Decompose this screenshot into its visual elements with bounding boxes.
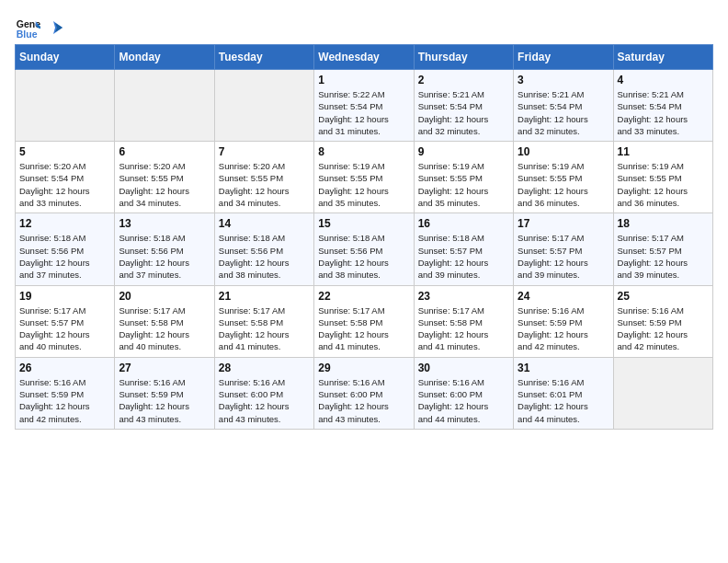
day-info: Sunrise: 5:17 AM Sunset: 5:58 PM Dayligh… xyxy=(318,304,409,353)
day-number: 19 xyxy=(19,290,110,303)
calendar-cell: 14Sunrise: 5:18 AM Sunset: 5:56 PM Dayli… xyxy=(214,213,313,285)
day-number: 9 xyxy=(418,145,509,158)
day-info: Sunrise: 5:22 AM Sunset: 5:54 PM Dayligh… xyxy=(318,88,409,137)
calendar-cell: 27Sunrise: 5:16 AM Sunset: 5:59 PM Dayli… xyxy=(115,357,214,429)
calendar-cell: 18Sunrise: 5:17 AM Sunset: 5:57 PM Dayli… xyxy=(613,213,712,285)
day-info: Sunrise: 5:20 AM Sunset: 5:54 PM Dayligh… xyxy=(19,160,110,209)
day-info: Sunrise: 5:16 AM Sunset: 5:59 PM Dayligh… xyxy=(518,304,609,353)
calendar-cell: 19Sunrise: 5:17 AM Sunset: 5:57 PM Dayli… xyxy=(16,285,115,357)
weekday-header-monday: Monday xyxy=(115,45,214,70)
calendar-cell: 4Sunrise: 5:21 AM Sunset: 5:54 PM Daylig… xyxy=(613,70,712,142)
day-info: Sunrise: 5:17 AM Sunset: 5:57 PM Dayligh… xyxy=(19,304,110,353)
day-number: 6 xyxy=(119,145,210,158)
day-info: Sunrise: 5:18 AM Sunset: 5:56 PM Dayligh… xyxy=(19,232,110,281)
calendar-cell: 15Sunrise: 5:18 AM Sunset: 5:56 PM Dayli… xyxy=(314,213,414,285)
day-info: Sunrise: 5:17 AM Sunset: 5:58 PM Dayligh… xyxy=(219,304,310,353)
day-info: Sunrise: 5:19 AM Sunset: 5:55 PM Dayligh… xyxy=(618,160,709,209)
weekday-header-friday: Friday xyxy=(514,45,613,70)
calendar-week-row: 5Sunrise: 5:20 AM Sunset: 5:54 PM Daylig… xyxy=(16,142,713,213)
day-number: 2 xyxy=(418,74,509,86)
calendar-cell: 23Sunrise: 5:17 AM Sunset: 5:58 PM Dayli… xyxy=(414,285,513,357)
day-number: 26 xyxy=(19,362,110,374)
day-info: Sunrise: 5:16 AM Sunset: 6:01 PM Dayligh… xyxy=(518,376,609,425)
calendar-cell: 20Sunrise: 5:17 AM Sunset: 5:58 PM Dayli… xyxy=(115,285,214,357)
day-number: 8 xyxy=(318,145,409,158)
day-info: Sunrise: 5:17 AM Sunset: 5:58 PM Dayligh… xyxy=(418,304,509,353)
day-number: 7 xyxy=(219,145,310,158)
calendar-cell xyxy=(613,357,712,429)
calendar-cell xyxy=(115,70,214,142)
day-info: Sunrise: 5:19 AM Sunset: 5:55 PM Dayligh… xyxy=(518,160,609,209)
calendar-week-row: 12Sunrise: 5:18 AM Sunset: 5:56 PM Dayli… xyxy=(16,213,713,285)
day-number: 31 xyxy=(518,362,609,374)
calendar-cell: 29Sunrise: 5:16 AM Sunset: 6:00 PM Dayli… xyxy=(314,357,414,429)
day-number: 28 xyxy=(219,362,310,374)
calendar-cell: 11Sunrise: 5:19 AM Sunset: 5:55 PM Dayli… xyxy=(613,142,712,213)
day-number: 23 xyxy=(418,290,509,303)
day-number: 22 xyxy=(318,290,409,303)
day-number: 25 xyxy=(618,290,709,303)
calendar-cell: 1Sunrise: 5:22 AM Sunset: 5:54 PM Daylig… xyxy=(314,70,414,142)
day-info: Sunrise: 5:20 AM Sunset: 5:55 PM Dayligh… xyxy=(119,160,210,209)
calendar-cell: 7Sunrise: 5:20 AM Sunset: 5:55 PM Daylig… xyxy=(214,142,313,213)
day-info: Sunrise: 5:17 AM Sunset: 5:57 PM Dayligh… xyxy=(518,232,609,281)
day-number: 13 xyxy=(119,217,210,230)
calendar-cell: 10Sunrise: 5:19 AM Sunset: 5:55 PM Dayli… xyxy=(514,142,613,213)
day-info: Sunrise: 5:18 AM Sunset: 5:56 PM Dayligh… xyxy=(318,232,409,281)
day-info: Sunrise: 5:16 AM Sunset: 6:00 PM Dayligh… xyxy=(219,376,310,425)
day-info: Sunrise: 5:18 AM Sunset: 5:57 PM Dayligh… xyxy=(418,232,509,281)
day-number: 18 xyxy=(618,217,709,230)
day-number: 11 xyxy=(618,145,709,158)
day-number: 12 xyxy=(19,217,110,230)
day-number: 14 xyxy=(219,217,310,230)
day-info: Sunrise: 5:16 AM Sunset: 5:59 PM Dayligh… xyxy=(618,304,709,353)
calendar-cell: 26Sunrise: 5:16 AM Sunset: 5:59 PM Dayli… xyxy=(16,357,115,429)
day-number: 16 xyxy=(418,217,509,230)
weekday-header-sunday: Sunday xyxy=(16,45,115,70)
day-info: Sunrise: 5:16 AM Sunset: 6:00 PM Dayligh… xyxy=(318,376,409,425)
weekday-header-saturday: Saturday xyxy=(613,45,712,70)
calendar-cell: 3Sunrise: 5:21 AM Sunset: 5:54 PM Daylig… xyxy=(514,70,613,142)
day-number: 24 xyxy=(518,290,609,303)
calendar-cell: 28Sunrise: 5:16 AM Sunset: 6:00 PM Dayli… xyxy=(214,357,313,429)
logo: General Blue xyxy=(15,15,63,40)
calendar-week-row: 26Sunrise: 5:16 AM Sunset: 5:59 PM Dayli… xyxy=(16,357,713,429)
calendar-table: SundayMondayTuesdayWednesdayThursdayFrid… xyxy=(15,44,713,430)
day-info: Sunrise: 5:19 AM Sunset: 5:55 PM Dayligh… xyxy=(418,160,509,209)
calendar-cell: 12Sunrise: 5:18 AM Sunset: 5:56 PM Dayli… xyxy=(16,213,115,285)
day-info: Sunrise: 5:18 AM Sunset: 5:56 PM Dayligh… xyxy=(219,232,310,281)
calendar-cell: 17Sunrise: 5:17 AM Sunset: 5:57 PM Dayli… xyxy=(514,213,613,285)
logo-arrow-icon xyxy=(46,21,63,34)
calendar-week-row: 1Sunrise: 5:22 AM Sunset: 5:54 PM Daylig… xyxy=(16,70,713,142)
calendar-cell: 31Sunrise: 5:16 AM Sunset: 6:01 PM Dayli… xyxy=(514,357,613,429)
weekday-header-wednesday: Wednesday xyxy=(314,45,414,70)
day-number: 15 xyxy=(318,217,409,230)
calendar-cell: 22Sunrise: 5:17 AM Sunset: 5:58 PM Dayli… xyxy=(314,285,414,357)
calendar-cell: 6Sunrise: 5:20 AM Sunset: 5:55 PM Daylig… xyxy=(115,142,214,213)
calendar-cell: 30Sunrise: 5:16 AM Sunset: 6:00 PM Dayli… xyxy=(414,357,513,429)
day-info: Sunrise: 5:16 AM Sunset: 5:59 PM Dayligh… xyxy=(119,376,210,425)
day-number: 4 xyxy=(618,74,709,86)
weekday-header-row: SundayMondayTuesdayWednesdayThursdayFrid… xyxy=(16,45,713,70)
weekday-header-tuesday: Tuesday xyxy=(214,45,313,70)
calendar-cell: 2Sunrise: 5:21 AM Sunset: 5:54 PM Daylig… xyxy=(414,70,513,142)
calendar-cell: 21Sunrise: 5:17 AM Sunset: 5:58 PM Dayli… xyxy=(214,285,313,357)
calendar-week-row: 19Sunrise: 5:17 AM Sunset: 5:57 PM Dayli… xyxy=(16,285,713,357)
day-number: 21 xyxy=(219,290,310,303)
day-number: 30 xyxy=(418,362,509,374)
day-number: 27 xyxy=(119,362,210,374)
day-info: Sunrise: 5:21 AM Sunset: 5:54 PM Dayligh… xyxy=(618,88,709,137)
day-info: Sunrise: 5:20 AM Sunset: 5:55 PM Dayligh… xyxy=(219,160,310,209)
calendar-cell: 24Sunrise: 5:16 AM Sunset: 5:59 PM Dayli… xyxy=(514,285,613,357)
day-info: Sunrise: 5:16 AM Sunset: 6:00 PM Dayligh… xyxy=(418,376,509,425)
calendar-cell: 13Sunrise: 5:18 AM Sunset: 5:56 PM Dayli… xyxy=(115,213,214,285)
calendar-cell: 9Sunrise: 5:19 AM Sunset: 5:55 PM Daylig… xyxy=(414,142,513,213)
day-info: Sunrise: 5:17 AM Sunset: 5:57 PM Dayligh… xyxy=(618,232,709,281)
day-number: 17 xyxy=(518,217,609,230)
day-info: Sunrise: 5:17 AM Sunset: 5:58 PM Dayligh… xyxy=(119,304,210,353)
logo-icon: General Blue xyxy=(15,15,40,40)
day-number: 3 xyxy=(518,74,609,86)
svg-text:Blue: Blue xyxy=(17,29,38,40)
day-info: Sunrise: 5:21 AM Sunset: 5:54 PM Dayligh… xyxy=(518,88,609,137)
calendar-cell xyxy=(16,70,115,142)
